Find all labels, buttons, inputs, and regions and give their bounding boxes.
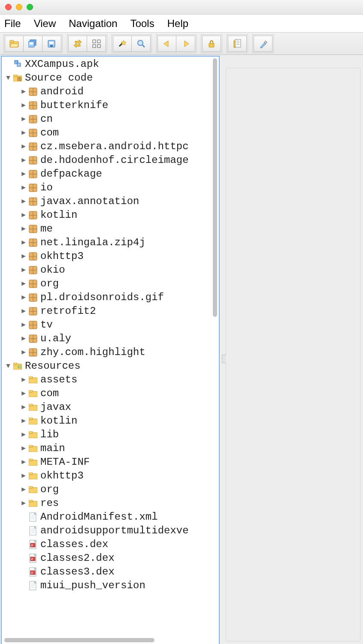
disclosure-arrow-icon: ▶: [19, 318, 28, 332]
svg-rect-8: [93, 40, 96, 43]
disclosure-arrow-icon: ▶: [19, 469, 28, 483]
tree-package[interactable]: ▶ okhttp3: [2, 250, 219, 263]
window-close-button[interactable]: [5, 4, 12, 10]
window-minimize-button[interactable]: [16, 4, 22, 10]
disclosure-arrow-icon: ▶: [19, 85, 28, 99]
tree-package[interactable]: ▶ com: [2, 126, 219, 140]
tree-item-label: XXCampus.apk: [25, 57, 99, 71]
tree-package[interactable]: ▶ zhy.com.highlight: [2, 346, 219, 359]
tree-item-label: android: [40, 85, 84, 99]
tree-folder[interactable]: ▶ main: [2, 442, 219, 455]
tree-package[interactable]: ▶ io: [2, 181, 219, 195]
tree-package[interactable]: ▶ cn: [2, 112, 219, 126]
disclosure-arrow-icon: ▶: [19, 140, 28, 153]
window-maximize-button[interactable]: [27, 4, 33, 10]
menu-help[interactable]: Help: [167, 18, 188, 30]
split-handle[interactable]: [222, 355, 226, 363]
save-all-button[interactable]: [24, 36, 42, 52]
tree-item-label: retrofit2: [40, 304, 96, 318]
folder-icon: [28, 403, 38, 412]
disclosure-arrow-icon: ▶: [19, 304, 28, 318]
tree-item-label: org: [40, 277, 59, 291]
tree-folder[interactable]: ▶ okhttp3: [2, 469, 219, 483]
search-button[interactable]: [132, 36, 151, 52]
disclosure-arrow-icon: ▶: [19, 483, 28, 497]
tree-file[interactable]: AndroidManifest.xml: [2, 510, 219, 524]
tree-folder[interactable]: ▶ lib: [2, 428, 219, 442]
tree-resources[interactable]: ▼ Resources: [2, 359, 219, 373]
back-button[interactable]: [157, 36, 176, 52]
tree-item-label: classes2.dex: [40, 551, 115, 565]
menu-tools[interactable]: Tools: [130, 18, 154, 30]
package-icon: [28, 224, 38, 234]
tree-folder[interactable]: ▶ META-INF: [2, 455, 219, 469]
tree-vertical-scrollbar[interactable]: [213, 58, 217, 633]
disclosure-arrow-icon: ▶: [19, 400, 28, 414]
tree-package[interactable]: ▶ kotlin: [2, 208, 219, 222]
disclosure-arrow-icon: ▶: [19, 277, 28, 291]
tree-package[interactable]: ▶ javax.annotation: [2, 195, 219, 208]
tree-package[interactable]: ▶ okio: [2, 263, 219, 277]
tree-package[interactable]: ▶ org: [2, 277, 219, 291]
lock-button[interactable]: [202, 36, 221, 52]
tree-package[interactable]: ▶ retrofit2: [2, 304, 219, 318]
tree-item-label: okio: [40, 263, 65, 277]
log-button[interactable]: [228, 36, 247, 52]
tree-folder[interactable]: ▶ res: [2, 497, 219, 510]
flat-packages-button[interactable]: [87, 36, 106, 52]
tree-source-code[interactable]: ▼ Source code: [2, 71, 219, 85]
toolbar-group-log: [227, 34, 248, 53]
tree-item-label: AndroidManifest.xml: [40, 510, 158, 524]
package-icon: [28, 320, 38, 330]
folder-icon: [28, 416, 38, 426]
tree-package[interactable]: ▶ tv: [2, 318, 219, 332]
tree-package[interactable]: ▶ de.hdodenhof.circleimage: [2, 153, 219, 167]
tree-file[interactable]: classes2.dex: [2, 551, 219, 565]
sync-button[interactable]: [68, 36, 87, 52]
disclosure-arrow-icon: ▶: [19, 346, 28, 359]
tree-package[interactable]: ▶ defpackage: [2, 167, 219, 181]
toolbar-group-tools: [112, 34, 152, 53]
tree-package[interactable]: ▶ cz.msebera.android.httpc: [2, 140, 219, 153]
package-icon: [28, 114, 38, 124]
tree-package[interactable]: ▶ android: [2, 85, 219, 99]
disclosure-arrow-icon: ▶: [19, 332, 28, 346]
tree-root[interactable]: XXCampus.apk: [2, 57, 219, 71]
tree-file[interactable]: androidsupportmultidexve: [2, 524, 219, 538]
preferences-button[interactable]: [254, 36, 272, 52]
toolbar-group-prefs: [252, 34, 274, 53]
open-file-button[interactable]: [5, 36, 24, 52]
tree-package[interactable]: ▶ butterknife: [2, 99, 219, 112]
tree-package[interactable]: ▶ u.aly: [2, 332, 219, 346]
save-button[interactable]: [42, 36, 61, 52]
tree-horizontal-scrollbar[interactable]: [4, 638, 154, 642]
menu-file[interactable]: File: [4, 18, 21, 30]
tree-item-label: io: [40, 181, 53, 195]
tree-folder[interactable]: ▶ org: [2, 483, 219, 497]
tree-folder[interactable]: ▶ assets: [2, 373, 219, 387]
tree-item-label: lib: [40, 428, 59, 442]
deobfuscate-button[interactable]: [113, 36, 132, 52]
tree-folder[interactable]: ▶ kotlin: [2, 414, 219, 428]
tree-item-label: classes3.dex: [40, 565, 115, 579]
tree-file[interactable]: classes3.dex: [2, 565, 219, 579]
tree-folder[interactable]: ▶ javax: [2, 400, 219, 414]
tree-file[interactable]: classes.dex: [2, 538, 219, 551]
tree-package[interactable]: ▶ me: [2, 222, 219, 236]
disclosure-arrow-icon: ▶: [19, 181, 28, 195]
menu-view[interactable]: View: [34, 18, 56, 30]
disclosure-arrow-icon: ▶: [19, 442, 28, 455]
tree-package[interactable]: ▶ net.lingala.zip4j: [2, 236, 219, 250]
toolbar-group-view: [67, 34, 107, 53]
tree-item-label: main: [40, 442, 65, 455]
tree-file[interactable]: miui_push_version: [2, 579, 219, 593]
tree-pane: XXCampus.apk ▼ Source code ▶ android ▶ b…: [1, 56, 220, 644]
tree-folder[interactable]: ▶ com: [2, 387, 219, 400]
tree-item-label: classes.dex: [40, 538, 108, 551]
package-icon: [28, 211, 38, 220]
forward-button[interactable]: [176, 36, 195, 52]
menu-navigation[interactable]: Navigation: [69, 18, 117, 30]
tree-item-label: miui_push_version: [40, 579, 145, 593]
tree-package[interactable]: ▶ pl.droidsonroids.gif: [2, 291, 219, 304]
tree-item-label: META-INF: [40, 455, 90, 469]
